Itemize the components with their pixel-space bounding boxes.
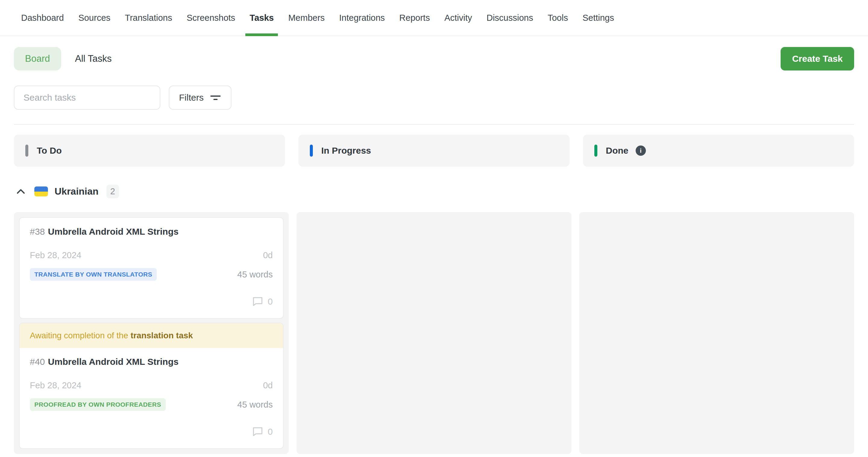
top-nav: Dashboard Sources Translations Screensho… [0,0,868,36]
board-column-headers: To Do In Progress Done i [14,135,854,167]
task-type-badge: PROOFREAD BY OWN PROOFREADERS [30,398,166,411]
task-comments-row: 0 [30,427,273,437]
collapse-group-button[interactable] [14,187,28,197]
column-header-in-progress: In Progress [299,135,569,167]
awaiting-banner-task-link[interactable]: translation task [130,331,193,340]
comment-bubble-icon [253,427,263,436]
tab-translations[interactable]: Translations [125,13,172,36]
column-label: Done [606,145,628,156]
board-lanes: #38Umbrella Android XML Strings Feb 28, … [14,212,854,447]
lane-done [579,212,854,454]
tab-members[interactable]: Members [288,13,324,36]
task-card-38[interactable]: #38Umbrella Android XML Strings Feb 28, … [19,217,284,319]
tab-activity[interactable]: Activity [444,13,472,36]
task-date: Feb 28, 2024 [30,250,82,260]
task-title[interactable]: Umbrella Android XML Strings [48,357,179,367]
task-title-row: #38Umbrella Android XML Strings [30,226,273,237]
tasks-page: Board All Tasks Create Task Filters To D… [0,47,868,447]
chevron-up-icon [16,188,26,195]
board-view-tab[interactable]: Board [14,47,61,70]
all-tasks-view-tab[interactable]: All Tasks [75,53,112,64]
column-header-todo: To Do [14,135,285,167]
comment-count: 0 [268,296,273,307]
awaiting-banner: Awaiting completion of the translation t… [20,323,283,348]
filter-lines-icon [210,94,221,101]
lane-todo: #38Umbrella Android XML Strings Feb 28, … [14,212,289,454]
language-group-header: Ukrainian 2 [14,185,854,198]
task-duration: 0d [263,250,273,260]
create-task-button[interactable]: Create Task [781,47,854,70]
language-group-count-badge: 2 [106,185,119,198]
tab-screenshots[interactable]: Screenshots [187,13,235,36]
task-id: #40 [30,357,45,367]
awaiting-banner-text: Awaiting completion of the [30,331,130,340]
task-meta-row: Feb 28, 2024 0d [30,381,273,390]
tab-sources[interactable]: Sources [79,13,110,36]
column-header-done: Done i [583,135,854,167]
task-badge-row: PROOFREAD BY OWN PROOFREADERS 45 words [30,398,273,411]
task-meta-row: Feb 28, 2024 0d [30,250,273,260]
view-switcher: Board All Tasks [14,47,112,70]
filters-button[interactable]: Filters [169,86,231,110]
task-comments-row: 0 [30,296,273,307]
task-card-40[interactable]: Awaiting completion of the translation t… [19,323,284,449]
task-word-count: 45 words [237,400,273,410]
search-filter-row: Filters [14,86,854,110]
comment-bubble-icon [253,297,263,306]
task-card-body: #38Umbrella Android XML Strings Feb 28, … [20,218,283,318]
task-title[interactable]: Umbrella Android XML Strings [48,227,179,236]
task-date: Feb 28, 2024 [30,381,82,390]
toolbar-divider [14,124,854,125]
task-title-row: #40Umbrella Android XML Strings [30,356,273,367]
info-icon[interactable]: i [636,145,646,156]
tab-integrations[interactable]: Integrations [339,13,385,36]
task-word-count: 45 words [237,270,273,280]
task-duration: 0d [263,381,273,390]
filters-button-label: Filters [179,93,204,103]
language-group-name: Ukrainian [55,186,98,197]
comment-count: 0 [268,427,273,437]
task-card-body: #40Umbrella Android XML Strings Feb 28, … [20,348,283,448]
task-badge-row: TRANSLATE BY OWN TRANSLATORS 45 words [30,268,273,281]
tab-tasks[interactable]: Tasks [250,13,274,36]
done-status-bar-icon [594,144,597,157]
column-label: In Progress [321,145,371,156]
in-progress-status-bar-icon [310,144,313,157]
tab-dashboard[interactable]: Dashboard [21,13,64,36]
ukraine-flag-icon [34,187,48,196]
lane-in-progress [297,212,571,454]
tab-discussions[interactable]: Discussions [487,13,533,36]
task-type-badge: TRANSLATE BY OWN TRANSLATORS [30,268,157,281]
tasks-toolbar: Board All Tasks Create Task [14,47,854,70]
search-tasks-input[interactable] [14,86,160,110]
column-label: To Do [37,145,62,156]
tab-reports[interactable]: Reports [399,13,430,36]
task-id: #38 [30,227,45,236]
todo-status-bar-icon [25,144,28,157]
tab-settings[interactable]: Settings [583,13,614,36]
tab-tools[interactable]: Tools [548,13,568,36]
